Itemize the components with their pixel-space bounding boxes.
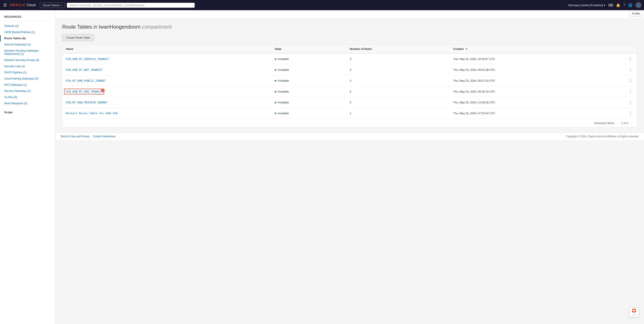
sidebar-item-cidr[interactable]: CIDR Blocks/Prefixes (1) <box>0 29 55 35</box>
actions-menu-button-3[interactable]: ⋮ <box>627 89 634 94</box>
status-dot-icon <box>275 102 276 103</box>
sidebar-item-subnets[interactable]: Subnets (2) <box>0 23 55 29</box>
route-table-link-5[interactable]: Default Route Table for HUB-VCN <box>66 112 118 115</box>
cell-created-0: Tue, May 28, 2024, 10:30:57 UTC <box>450 53 624 64</box>
globe-icon[interactable]: 🌐 <box>628 3 632 7</box>
sidebar-item-internet-gateways[interactable]: Internet Gateways (1) <box>0 41 55 48</box>
sidebar-item-label: CIDR Blocks/Prefixes (1) <box>4 31 35 34</box>
sidebar-item-label: Security Lists (1) <box>4 65 25 68</box>
sidebar-item-security-lists[interactable]: Security Lists (1) <box>0 63 55 69</box>
cell-name-5: Default Route Table for HUB-VCN <box>62 108 271 119</box>
sidebar-item-nsg[interactable]: Network Security Groups (0) <box>0 57 55 63</box>
table-row: Default Route Table for HUB-VCNAvailable… <box>62 108 637 119</box>
notification-badge: 1 <box>101 89 104 92</box>
column-rules: Number of Rules <box>346 45 450 53</box>
sidebar-item-drg-attachments[interactable]: Dynamic Routing Gateways Attachments (1) <box>0 48 55 57</box>
cell-state-0: Available <box>271 53 346 64</box>
avatar[interactable]: 👤 <box>636 2 642 8</box>
sidebar-item-label: VLANs (0) <box>4 96 17 99</box>
grid-icon: ⋮⋮ <box>632 313 636 316</box>
route-table-link-4[interactable]: VCN_RT_HUB_PRIVATE_SUBNET <box>66 101 108 104</box>
column-actions <box>624 45 637 53</box>
actions-menu-button-4[interactable]: ⋮ <box>627 100 634 105</box>
status-text: Available <box>278 101 289 104</box>
chevron-down-icon: ▾ <box>604 4 605 7</box>
lifebuoy-icon: 🛟 <box>632 308 636 313</box>
status-dot-icon <box>275 91 276 93</box>
cell-state-2: Available <box>271 75 346 86</box>
cell-rules-0: 3 <box>346 53 450 64</box>
terms-link[interactable]: Terms of Use and Privacy <box>60 135 90 138</box>
sidebar-item-dhcp-options[interactable]: DHCP Options (1) <box>0 69 55 76</box>
table-header-row: Name State Number of Rules Created ▼ <box>62 45 637 53</box>
region-selector[interactable]: Germany Central (Frankfurt) ▾ <box>568 4 605 7</box>
sidebar-item-label: Network Security Groups (0) <box>4 58 39 62</box>
actions-menu-button-5[interactable]: ⋮ <box>627 110 634 116</box>
cell-actions-2: ⋮ <box>624 75 637 86</box>
cookie-link[interactable]: Cookie Preferences <box>93 135 116 138</box>
sidebar-item-vlans[interactable]: VLANs (0) <box>0 94 55 100</box>
cell-rules-2: 4 <box>346 75 450 86</box>
sidebar-item-label: Dynamic Routing Gateways Attachments (1) <box>4 49 51 56</box>
compartment-name: IwanHoogendoorn <box>99 24 140 30</box>
title-prefix: Route Tables <box>62 24 92 30</box>
create-route-table-button[interactable]: Create Route Table <box>62 34 94 41</box>
sidebar-item-local-peering[interactable]: Local Peering Gateways (0) <box>0 76 55 82</box>
cell-state-4: Available <box>271 97 346 108</box>
actions-menu-button-1[interactable]: ⋮ <box>627 67 634 73</box>
cell-state-5: Available <box>271 108 346 119</box>
search-placeholder: Search resources, services, documentatio… <box>70 4 144 7</box>
cell-name-3: 1VCN_HUB_RT_DRG_TRANSIT <box>62 86 271 97</box>
developer-icon[interactable]: ⌨ <box>608 3 613 7</box>
sidebar-item-nat-gateways[interactable]: NAT Gateways (1) <box>0 82 55 88</box>
cloud-classic-button[interactable]: Cloud Classic > <box>40 3 65 8</box>
sidebar-item-label: Local Peering Gateways (0) <box>4 77 38 80</box>
route-table-link-1[interactable]: VCN_HUB_RT_NAT_TRANSIT <box>66 68 102 71</box>
status-dot-icon <box>275 69 276 71</box>
menu-icon[interactable]: ☰ <box>2 2 8 8</box>
cell-created-3: Thu, May 23, 2024, 06:30:19 UTC <box>450 86 624 97</box>
help-icon[interactable]: ? <box>623 3 625 7</box>
status-dot-icon <box>275 113 276 114</box>
top-navigation: ☰ ORACLE Cloud Cloud Classic > Search re… <box>0 0 644 10</box>
table-row: VCN_RT_HUB_PRIVATE_SUBNETAvailable5Thu, … <box>62 97 637 108</box>
page-body: Route Tables in IwanHoogendoorn compartm… <box>55 19 644 133</box>
cell-rules-4: 5 <box>346 97 450 108</box>
prev-page-button[interactable]: ‹ <box>616 121 620 125</box>
page-number: 1 of 1 <box>622 122 628 125</box>
actions-menu-button-0[interactable]: ⋮ <box>627 56 634 62</box>
sidebar-item-work-requests[interactable]: Work Requests (0) <box>0 100 55 106</box>
status-text: Available <box>278 112 289 115</box>
main-content: Route Tables in IwanHoogendoorn compartm… <box>55 10 644 324</box>
sidebar-item-label: Service Gateways (1) <box>4 89 31 93</box>
table-row: 1VCN_HUB_RT_DRG_TRANSITAvailable5Thu, Ma… <box>62 86 637 97</box>
route-table-link-3[interactable]: VCN_HUB_RT_DRG_TRANSIT <box>66 90 102 93</box>
top-strip <box>55 10 644 19</box>
column-state: State <box>271 45 346 53</box>
cell-created-1: Thu, May 23, 2024, 06:41:38 UTC <box>450 64 624 75</box>
sidebar-item-service-gateways[interactable]: Service Gateways (1) <box>0 88 55 94</box>
main-layout: Resources Subnets (2)CIDR Blocks/Prefixe… <box>0 10 644 324</box>
pagination-row: Showing 6 items ‹ 1 of 1 › <box>62 119 637 127</box>
route-table-link-0[interactable]: VCN_HUB_RT_SERVICE_TRANSIT <box>66 57 109 61</box>
scope-title: Scope <box>4 111 51 114</box>
route-table-link-2[interactable]: VCN_RT_HUB_PUBLIC_SUBNET <box>66 79 106 82</box>
cell-actions-5: ⋮ <box>624 108 637 119</box>
cell-rules-3: 5 <box>346 86 450 97</box>
avatar-icon: 👤 <box>637 4 640 7</box>
column-created[interactable]: Created ▼ <box>450 45 624 53</box>
actions-menu-button-2[interactable]: ⋮ <box>627 78 634 83</box>
sidebar-bottom: Scope <box>0 106 55 115</box>
status-dot-icon <box>275 80 276 82</box>
notification-icon[interactable]: 🔔 <box>616 3 620 7</box>
sort-arrow-icon: ▼ <box>465 47 468 51</box>
sidebar-item-route-tables[interactable]: Route Tables (6) <box>0 35 55 41</box>
cloud-text: Cloud <box>27 3 36 7</box>
search-bar[interactable]: Search resources, services, documentatio… <box>67 3 195 8</box>
next-page-button[interactable]: › <box>630 121 634 125</box>
table-body: VCN_HUB_RT_SERVICE_TRANSITAvailable3Tue,… <box>62 53 637 119</box>
page-title: Route Tables in IwanHoogendoorn compartm… <box>62 24 637 30</box>
help-fab[interactable]: 🛟 ⋮⋮ <box>629 307 639 317</box>
sidebar: Resources Subnets (2)CIDR Blocks/Prefixe… <box>0 10 55 324</box>
table-row: VCN_RT_HUB_PUBLIC_SUBNETAvailable4Thu, M… <box>62 75 637 86</box>
